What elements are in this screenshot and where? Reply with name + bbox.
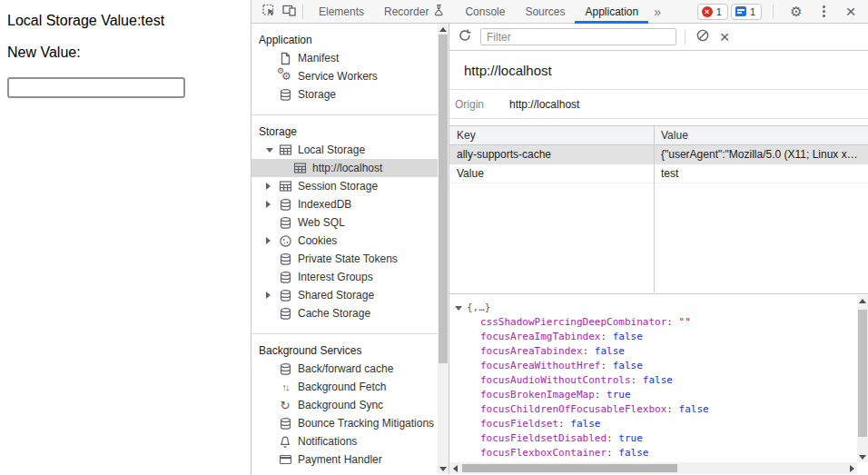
storage-toolbar: × (449, 24, 868, 51)
device-toolbar-button[interactable] (279, 3, 299, 21)
error-count: 1 (716, 6, 722, 17)
sidebar-item-service-workers[interactable]: ⚙⚙ Service Workers (252, 67, 438, 85)
scrollbar-thumb[interactable] (858, 310, 867, 437)
column-divider[interactable] (654, 126, 655, 292)
refresh-button[interactable] (455, 27, 475, 47)
sidebar-item-local-storage[interactable]: Local Storage (252, 141, 438, 159)
table-row[interactable]: Value test (449, 164, 868, 183)
item-label: Private State Tokens (298, 252, 398, 265)
sidebar-item-private-state-tokens[interactable]: Private State Tokens (252, 250, 438, 268)
scroll-down-icon[interactable] (438, 463, 449, 474)
error-count-badge[interactable]: × 1 (697, 4, 728, 20)
item-label: Manifest (298, 52, 339, 64)
database-icon (278, 252, 292, 266)
preview-property: focusFieldsetDisabled: true (455, 431, 855, 446)
filter-input[interactable] (480, 28, 676, 45)
preview-horizontal-scrollbar[interactable] (449, 462, 857, 474)
scroll-up-icon[interactable] (438, 24, 449, 35)
up-down-arrows-icon: ↑↓ (278, 380, 292, 394)
scrollbar-thumb[interactable] (462, 464, 677, 472)
sidebar-item-cache-storage[interactable]: Cache Storage (252, 304, 438, 322)
chevron-right-icon[interactable] (266, 183, 271, 190)
sidebar-item-back-forward-cache[interactable]: Back/forward cache (252, 360, 438, 378)
chevron-down-icon[interactable] (266, 148, 273, 153)
tab-label: Console (465, 5, 505, 18)
sidebar-item-indexeddb[interactable]: IndexedDB (252, 195, 438, 213)
issue-bubble-icon (735, 6, 746, 16)
scrollbar-thumb[interactable] (439, 35, 448, 363)
scroll-right-icon[interactable] (846, 462, 857, 474)
new-value-input[interactable] (7, 77, 185, 98)
inspect-element-button[interactable] (259, 3, 279, 21)
chevron-right-icon[interactable] (266, 292, 271, 299)
sidebar-item-cookies[interactable]: Cookies (252, 232, 438, 250)
preview-vertical-scrollbar[interactable] (857, 295, 868, 462)
toolbar-divider (685, 30, 686, 45)
more-tabs-button[interactable]: » (648, 5, 666, 19)
menu-button[interactable] (814, 3, 833, 21)
tab-label: Application (585, 5, 638, 18)
sidebar-item-interest-groups[interactable]: Interest Groups (252, 268, 438, 286)
error-icon: × (702, 6, 713, 17)
application-sidebar: Application Manifest (252, 24, 438, 474)
sidebar-item-payment-handler[interactable]: Payment Handler (252, 450, 438, 469)
item-label: Web SQL (298, 216, 345, 229)
kebab-menu-icon (819, 5, 829, 17)
section-title: Application (252, 31, 438, 49)
sidebar-section-application: Application Manifest (252, 24, 438, 114)
value-preview-pane: {,…} cssShadowPiercingDeepCombinator: ""… (449, 293, 868, 474)
storage-items-table: Key Value ally-supports-cache {"userAgen… (449, 125, 868, 292)
settings-button[interactable]: ⚙ (786, 3, 806, 21)
issue-count: 1 (750, 6, 755, 17)
sidebar-item-session-storage[interactable]: Session Storage (252, 177, 438, 195)
item-label: Session Storage (298, 180, 378, 193)
expander-triangle-icon[interactable] (455, 306, 462, 311)
preview-property: cssShadowPiercingDeepCombinator: "" (455, 315, 855, 330)
sidebar-item-bounce-tracking-mitigations[interactable]: Bounce Tracking Mitigations (252, 414, 438, 432)
chevron-right-icon[interactable] (266, 237, 271, 244)
column-header-key[interactable]: Key (449, 126, 654, 144)
tab-application[interactable]: Application (575, 0, 648, 24)
sidebar-item-shared-storage[interactable]: Shared Storage (252, 286, 438, 304)
item-label: Service Workers (298, 70, 378, 83)
database-icon (278, 215, 292, 230)
item-label: Payment Handler (298, 453, 382, 466)
sidebar-item-web-sql[interactable]: Web SQL (252, 213, 438, 232)
section-title: Background Services (252, 341, 438, 360)
inspected-page: Local Storage Value:test New Value: (0, 0, 251, 475)
column-header-value[interactable]: Value (654, 126, 868, 144)
sidebar-section-storage: Storage Local Storage (252, 114, 438, 333)
origin-row: Origin http://localhost (449, 90, 868, 119)
clear-all-button[interactable] (694, 28, 712, 46)
item-label: http://localhost (312, 162, 382, 174)
sidebar-item-localhost[interactable]: http://localhost (252, 159, 438, 177)
sidebar-item-storage[interactable]: Storage (252, 85, 438, 104)
database-icon (278, 288, 292, 302)
scroll-up-icon[interactable] (857, 295, 868, 306)
database-icon (278, 306, 292, 321)
table-row[interactable]: ally-supports-cache {"userAgent":"Mozill… (449, 145, 868, 164)
issue-count-badge[interactable]: 1 (731, 4, 762, 20)
tab-elements[interactable]: Elements (309, 0, 374, 24)
scroll-down-icon[interactable] (857, 451, 868, 462)
item-label: Bounce Tracking Mitigations (298, 417, 434, 430)
sidebar-item-manifest[interactable]: Manifest (252, 49, 438, 67)
toolbar-divider (302, 5, 303, 19)
status-badges: × 1 1 (697, 4, 762, 20)
sidebar-scrollbar[interactable] (438, 24, 449, 474)
close-devtools-button[interactable]: × (841, 3, 861, 21)
cell-value: {"userAgent":"Mozilla/5.0 (X11; Linux x… (654, 145, 868, 164)
root-object-text: {,…} (467, 301, 491, 315)
gears-icon: ⚙⚙ (278, 69, 292, 84)
tab-recorder[interactable]: Recorder (374, 0, 455, 24)
sidebar-item-notifications[interactable]: Notifications (252, 432, 438, 450)
chevron-right-icon[interactable] (266, 201, 271, 208)
scroll-left-icon[interactable] (449, 462, 460, 474)
sync-icon: ↻ (278, 398, 292, 412)
tab-label: Elements (319, 5, 364, 18)
sidebar-item-background-sync[interactable]: ↻ Background Sync (252, 396, 438, 414)
delete-selected-button[interactable]: × (715, 28, 734, 46)
tab-console[interactable]: Console (455, 0, 515, 24)
sidebar-item-background-fetch[interactable]: ↑↓ Background Fetch (252, 378, 438, 396)
tab-sources[interactable]: Sources (515, 0, 575, 24)
